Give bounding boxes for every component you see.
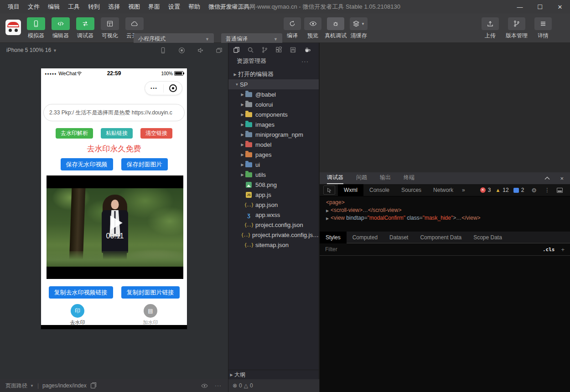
tree-item-project.config.json[interactable]: {..}project.config.json <box>228 220 319 230</box>
panel-tab-0[interactable]: 调试器 <box>327 174 343 184</box>
styles-tab-scope-data[interactable]: Scope Data <box>467 232 508 243</box>
menu-item-8[interactable]: 设置 <box>164 0 184 14</box>
mute-sound-icon[interactable] <box>197 47 204 54</box>
close-panel-icon[interactable]: × <box>560 175 564 182</box>
more-menu-button[interactable]: ••• <box>145 86 163 91</box>
parse-button-2[interactable]: 清空链接 <box>140 128 172 139</box>
new-style-rule-button[interactable]: + <box>561 246 565 253</box>
tab-overflow-chevron[interactable]: » <box>459 187 468 193</box>
error-badge-icon[interactable]: ✕ <box>480 187 486 193</box>
devtools-tab-sources[interactable]: Sources <box>395 184 427 196</box>
tree-item-[interactable]: ▶打开的编辑器 <box>228 69 319 79</box>
panel-tab-3[interactable]: 终端 <box>404 174 415 184</box>
maximize-button[interactable]: ☐ <box>530 0 550 14</box>
tree-item-app.js[interactable]: JSapp.js <box>228 190 319 200</box>
status-more-icon[interactable]: ··· <box>215 382 222 389</box>
dock-side-icon[interactable] <box>557 188 563 193</box>
menu-item-7[interactable]: 界面 <box>144 0 164 14</box>
devtools-tab-network[interactable]: Network <box>427 184 459 196</box>
expand-arrow-icon[interactable]: ▶ <box>326 207 331 215</box>
tree-item-project.private.config.js[interactable]: {..}project.private.config.js… <box>228 230 319 240</box>
play-button[interactable] <box>110 216 123 230</box>
menu-item-2[interactable]: 编辑 <box>44 0 64 14</box>
panel-tab-2[interactable]: 输出 <box>380 174 391 184</box>
settings-gear-icon[interactable]: ⚙ <box>531 187 537 194</box>
copy-path-icon[interactable] <box>91 383 95 388</box>
tree-item-miniprogram_npm[interactable]: ▶miniprogram_npm <box>228 129 319 139</box>
styles-tab-component-data[interactable]: Component Data <box>414 232 467 243</box>
exit-miniprogram-button[interactable] <box>164 84 182 92</box>
device-select[interactable]: iPhone 5 100% 16▼ <box>6 43 57 58</box>
files-icon[interactable] <box>233 46 240 53</box>
tree-item-SP[interactable]: ▼SP <box>228 79 319 89</box>
tree-item-model[interactable]: ▶model <box>228 139 319 150</box>
menu-item-3[interactable]: 工具 <box>64 0 84 14</box>
screen-record-icon[interactable] <box>178 47 185 54</box>
tree-item-utils[interactable]: ▶utils <box>228 170 319 180</box>
explorer-more-button[interactable]: ··· <box>301 58 309 65</box>
list-action-button[interactable]: 详情 <box>534 17 552 40</box>
wxml-node-2[interactable]: ▶<view bindtap="modalConfirm" class="mas… <box>320 214 570 222</box>
upload-action-button[interactable]: 上传 <box>482 17 499 40</box>
tree-item-colorui[interactable]: ▶colorui <box>228 99 319 109</box>
inspect-element-icon[interactable] <box>323 186 335 195</box>
more-options-icon[interactable]: ⋮ <box>544 187 550 193</box>
search-icon[interactable] <box>247 46 254 53</box>
close-button[interactable]: ✕ <box>550 0 570 14</box>
menu-item-6[interactable]: 视图 <box>124 0 144 14</box>
tree-item-components[interactable]: ▶components <box>228 109 319 119</box>
tree-item-@babel[interactable]: ▶@babel <box>228 89 319 99</box>
styles-tab-styles[interactable]: Styles <box>320 232 347 243</box>
wxml-node-0[interactable]: <page> <box>320 199 570 206</box>
rotate-device-icon[interactable] <box>160 47 166 54</box>
outline-section[interactable]: ▶大纲 <box>228 370 319 379</box>
panel-tab-1[interactable]: 问题 <box>356 174 367 184</box>
toggle-class-button[interactable]: .cls <box>543 247 555 253</box>
branch-action-button[interactable]: 版本管理 <box>506 17 528 40</box>
menu-item-4[interactable]: 转到 <box>84 0 104 14</box>
devtools-tab-wxml[interactable]: Wxml <box>338 184 363 196</box>
expand-arrow-icon[interactable]: ▶ <box>326 215 331 222</box>
eye-action-button[interactable]: 预览 <box>304 17 321 40</box>
phone-tab-1[interactable]: ▤加水印 <box>114 304 187 326</box>
bug-action-button[interactable]: 真机调试 <box>325 17 347 40</box>
tree-item-app.wxss[interactable]: ʒapp.wxss <box>228 210 319 220</box>
toggle-phone-button[interactable]: 模拟器 <box>26 17 47 40</box>
filter-input[interactable]: Filter <box>325 246 337 253</box>
tree-item-images[interactable]: ▶images <box>228 119 319 129</box>
tree-item-pages[interactable]: ▶pages <box>228 150 319 160</box>
tea-icon[interactable] <box>304 46 311 53</box>
devtools-tab-console[interactable]: Console <box>363 184 395 196</box>
wxml-node-1[interactable]: ▶<scroll-view>…</scroll-view> <box>320 206 570 214</box>
menu-item-1[interactable]: 文件 <box>24 0 44 14</box>
styles-tab-computed[interactable]: Computed <box>347 232 383 243</box>
save-button-0[interactable]: 保存无水印视频 <box>61 158 113 170</box>
video-player[interactable]: 00:11 <box>47 175 183 279</box>
preview-eye-icon[interactable] <box>201 383 208 388</box>
menu-item-5[interactable]: 选择 <box>104 0 124 14</box>
tree-item-app.json[interactable]: {..}app.json <box>228 200 319 210</box>
tree-item-508.png[interactable]: 508.png <box>228 180 319 190</box>
toggle-code-button[interactable]: 编辑器 <box>50 17 71 40</box>
toggle-swap-button[interactable]: 调试器 <box>75 17 96 40</box>
tree-item-sitemap.json[interactable]: {..}sitemap.json <box>228 240 319 250</box>
phone-tab-0[interactable]: 印去水印 <box>41 304 114 326</box>
status-bar-problems[interactable]: ⊗ 0 △ 0 <box>228 379 319 392</box>
layers-action-button[interactable]: ▼清缓存 <box>350 17 368 40</box>
multi-window-icon[interactable] <box>216 47 223 54</box>
tree-item-ui[interactable]: ▶ui <box>228 160 319 170</box>
parse-button-0[interactable]: 去水印解析 <box>56 128 93 139</box>
page-path-label[interactable]: 页面路径 <box>5 382 27 390</box>
link-input[interactable]: 2.33 Pkp:/ 生活不是选择而是热爱 https://v.douyin.c <box>43 104 185 121</box>
parse-button-1[interactable]: 粘贴链接 <box>101 128 133 139</box>
copy-button-0[interactable]: 复制去水印视频链接 <box>49 286 113 299</box>
info-badge-icon[interactable] <box>513 188 519 193</box>
copy-button-1[interactable]: 复制封面图片链接 <box>121 286 180 299</box>
source-control-icon[interactable] <box>261 46 268 53</box>
npm-panel-icon[interactable] <box>290 46 296 53</box>
extensions-icon[interactable] <box>275 46 282 53</box>
menu-item-9[interactable]: 帮助 <box>184 0 204 14</box>
save-button-1[interactable]: 保存封面图片 <box>121 158 168 170</box>
refresh-action-button[interactable]: 编译 <box>284 17 301 40</box>
warning-badge-icon[interactable]: ▲ <box>495 187 500 193</box>
